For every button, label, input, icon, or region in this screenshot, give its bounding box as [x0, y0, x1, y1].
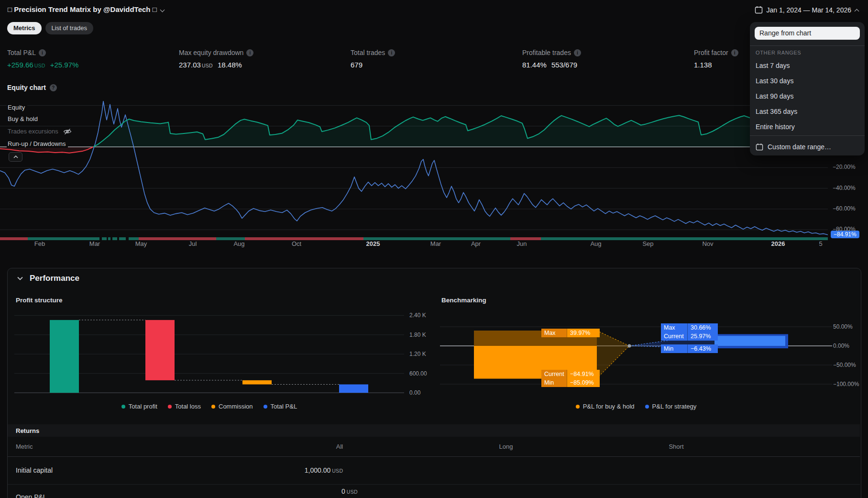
- legend-item-trades-excursions[interactable]: Trades excursions: [7, 127, 74, 135]
- y-tick: 2.40 K: [409, 312, 426, 319]
- performance-title: Performance: [30, 274, 79, 283]
- y-tick: 600.00: [409, 370, 427, 377]
- x-tick: 2026: [765, 240, 791, 247]
- x-tick: May: [128, 240, 154, 247]
- legend-item-equity[interactable]: Equity: [7, 103, 27, 111]
- metric-max-equity-drawdown: Max equity drawdowni237.03USD18.48%: [179, 49, 351, 69]
- y-tick: 1.80 K: [409, 332, 426, 338]
- legend-item-commission[interactable]: Commission: [211, 403, 253, 410]
- benchmark-badge-current: Current−84.91%: [541, 370, 600, 378]
- profit-structure-title: Profit structure: [16, 297, 63, 304]
- help-icon[interactable]: ?: [50, 84, 57, 91]
- strategy-tester-panel: □ Precision Trend Matrix by @DaviddTech …: [0, 0, 868, 498]
- y-tick: 0.00%: [833, 343, 849, 349]
- returns-section-header: Returns: [8, 424, 860, 437]
- profit-structure-chart: [14, 311, 404, 397]
- legend-item-p-l-for-buy-hold[interactable]: P&L for buy & hold: [576, 403, 635, 410]
- menu-divider: [750, 135, 865, 136]
- legend-item-buy-hold[interactable]: Buy & hold: [7, 115, 40, 123]
- y-tick: 0.00: [409, 389, 420, 396]
- x-tick: 5: [807, 240, 834, 247]
- y-tick: 50.00%: [833, 323, 853, 330]
- legend-item-p-l-for-strategy[interactable]: P&L for strategy: [645, 403, 697, 410]
- info-icon[interactable]: i: [388, 49, 395, 56]
- date-range-button[interactable]: Jan 1, 2024 — Mar 14, 2026: [755, 6, 859, 14]
- y-tick: −20.00%: [833, 164, 866, 170]
- info-icon[interactable]: i: [574, 49, 581, 56]
- legend-dot: [211, 405, 215, 409]
- legend-dot: [168, 405, 172, 409]
- x-tick: Aug: [226, 240, 253, 247]
- y-tick: −40.00%: [833, 185, 866, 191]
- info-icon[interactable]: i: [246, 49, 253, 56]
- strategy-title: □ Precision Trend Matrix by @DaviddTech …: [8, 5, 157, 13]
- chevron-down-icon: [17, 277, 23, 280]
- legend-item-total-p-l[interactable]: Total P&L: [264, 403, 297, 410]
- menu-divider: [750, 45, 865, 46]
- info-icon[interactable]: i: [731, 49, 738, 56]
- x-tick: Apr: [462, 240, 489, 247]
- y-tick: 1.20 K: [409, 351, 426, 357]
- legend-dot: [645, 405, 649, 409]
- x-tick: Nov: [694, 240, 721, 247]
- y-tick: −80.00%: [833, 226, 866, 232]
- menu-item-last-90-days[interactable]: Last 90 days: [750, 89, 865, 103]
- metric-value: +259.66USD+25.97%: [7, 61, 179, 69]
- y-tick: −50.00%: [833, 362, 856, 368]
- returns-title: Returns: [16, 427, 39, 434]
- menu-section-label: OTHER RANGES: [756, 50, 801, 55]
- equity-chart[interactable]: [0, 100, 828, 244]
- menu-item-entire-history[interactable]: Entire history: [750, 120, 865, 134]
- x-tick: Mar: [81, 240, 108, 247]
- collapse-pane-button[interactable]: [9, 152, 22, 162]
- menu-item-last-30-days[interactable]: Last 30 days: [750, 74, 865, 88]
- benchmark-badge-max: Max39.97%: [541, 329, 600, 337]
- equity-chart-title: Equity chart: [7, 84, 46, 91]
- calendar-icon: [756, 143, 763, 151]
- legend-item-total-loss[interactable]: Total loss: [168, 403, 201, 410]
- performance-section-toggle[interactable]: Performance: [17, 274, 79, 283]
- eye-off-icon[interactable]: [63, 128, 72, 135]
- view-tabs: MetricsList of trades: [7, 22, 93, 34]
- column-header-metric: Metric: [16, 443, 33, 450]
- chevron-down-icon[interactable]: [161, 7, 165, 11]
- legend-item-total-profit[interactable]: Total profit: [121, 403, 157, 410]
- metric-label: Profitable tradesi: [522, 49, 694, 56]
- calendar-icon: [755, 6, 763, 14]
- menu-item-last-7-days[interactable]: Last 7 days: [750, 58, 865, 73]
- tab-metrics[interactable]: Metrics: [7, 22, 42, 34]
- x-tick: 2025: [360, 240, 386, 247]
- metric-value: 81.44%553/679: [522, 61, 694, 69]
- column-header-all: All: [301, 443, 378, 450]
- tab-list-of-trades[interactable]: List of trades: [45, 22, 93, 34]
- table-row-metric: Initial capital: [16, 466, 53, 474]
- date-range-menu: Range from chart OTHER RANGES Last 7 day…: [750, 22, 865, 155]
- metrics-row: Total P&Li+259.66USD+25.97%Max equity dr…: [7, 49, 866, 69]
- benchmarking-title: Benchmarking: [441, 297, 486, 304]
- benchmark-badge-max: Max30.66%: [661, 323, 718, 332]
- legend-dot: [264, 405, 267, 409]
- benchmarking-chart: [440, 311, 832, 397]
- benchmark-badge-min: Min−6.43%: [661, 344, 718, 353]
- metric-value: 679: [351, 61, 522, 69]
- table-divider: [8, 484, 860, 485]
- x-tick: Aug: [582, 240, 609, 247]
- date-range-label: Jan 1, 2024 — Mar 14, 2026: [767, 6, 851, 14]
- metric-total-trades: Total tradesi679: [351, 49, 522, 69]
- table-divider: [8, 456, 860, 457]
- x-tick: Jul: [179, 240, 206, 247]
- table-cell-all: 1,000.00USD: [286, 466, 362, 474]
- x-tick: Jun: [508, 240, 535, 247]
- info-icon[interactable]: i: [39, 49, 46, 56]
- x-tick: Feb: [26, 240, 53, 247]
- metric-total-p-l: Total P&Li+259.66USD+25.97%: [7, 49, 179, 69]
- legend-item-run-up-drawdowns[interactable]: Run-up / Drawdowns: [7, 140, 68, 148]
- legend-dot: [121, 405, 125, 409]
- table-cell-all: 0USD: [311, 487, 388, 495]
- menu-item-range-from-chart[interactable]: Range from chart: [755, 27, 860, 40]
- menu-item-last-365-days[interactable]: Last 365 days: [750, 104, 865, 119]
- metric-label: Total P&Li: [7, 49, 179, 56]
- column-header-long: Long: [468, 443, 544, 450]
- menu-item-custom-date-range[interactable]: Custom date range…: [756, 140, 831, 154]
- metric-value: 237.03USD18.48%: [179, 61, 351, 69]
